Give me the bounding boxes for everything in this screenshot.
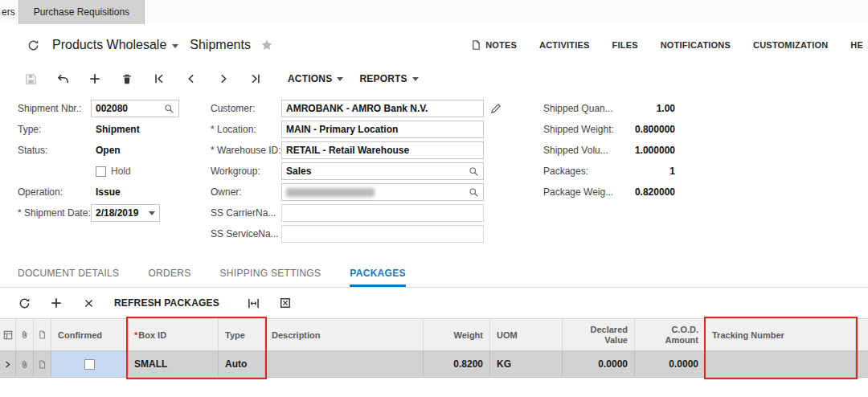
grid-header-row: Confirmed * Box ID Type Description Weig…: [0, 318, 868, 351]
filler-header-cell: [856, 319, 868, 351]
help-button[interactable]: HE: [850, 40, 863, 50]
ss-service-label: SS ServiceNa...: [211, 228, 281, 239]
hold-checkbox[interactable]: [96, 166, 106, 177]
refresh-packages-button[interactable]: REFRESH PACKAGES: [114, 297, 219, 309]
notes-column-header[interactable]: [34, 319, 51, 351]
column-header-description[interactable]: Description: [265, 319, 424, 351]
tab-partial-left[interactable]: ers: [0, 0, 18, 24]
fit-to-screen-button[interactable]: [237, 292, 269, 314]
row-uom-cell[interactable]: KG: [490, 351, 563, 378]
row-type-cell[interactable]: Auto: [219, 351, 265, 378]
files-button[interactable]: FILES: [612, 40, 638, 50]
tab-orders[interactable]: ORDERS: [148, 268, 190, 287]
file-icon: [38, 329, 47, 340]
location-value: MAIN - Primary Location: [286, 124, 398, 135]
column-header-cod-amount[interactable]: C.O.D. Amount: [635, 319, 706, 351]
notes-label: NOTES: [485, 40, 517, 50]
files-column-header[interactable]: [16, 319, 34, 351]
column-header-uom[interactable]: UOM: [490, 319, 563, 351]
row-files-cell[interactable]: [16, 351, 34, 378]
calendar-dropdown-icon[interactable]: [149, 211, 155, 215]
row-declared-value-cell[interactable]: 0.0000: [563, 351, 635, 378]
declared-value-header-label: Declared Value: [584, 325, 628, 345]
save-button[interactable]: [14, 68, 47, 90]
shipped-quantity-label: Shipped Quan...: [543, 103, 624, 114]
trash-icon: [121, 73, 133, 85]
reports-label: REPORTS: [359, 73, 407, 84]
column-header-type[interactable]: Type: [219, 319, 265, 351]
chevron-down-icon[interactable]: [172, 44, 178, 48]
branch-selector[interactable]: Products Wholesale: [52, 38, 166, 52]
files-label: FILES: [612, 40, 638, 50]
delete-record-button[interactable]: [111, 68, 143, 90]
customer-field[interactable]: AMROBANK - AMRO Bank N.V.: [281, 100, 484, 117]
workspace-tabbar: ers Purchase Requisitions: [0, 0, 868, 24]
tab-packages[interactable]: PACKAGES: [350, 268, 406, 287]
lookup-icon[interactable]: [164, 104, 174, 114]
notes-button[interactable]: NOTES: [471, 39, 517, 51]
column-header-confirmed[interactable]: Confirmed: [51, 319, 128, 351]
customization-label: CUSTOMIZATION: [753, 40, 828, 50]
row-box-id-cell[interactable]: SMALL: [128, 351, 219, 378]
confirmed-checkbox[interactable]: [84, 359, 95, 370]
ss-service-field[interactable]: [281, 225, 484, 243]
row-confirmed-cell[interactable]: [51, 351, 128, 378]
shipment-date-field[interactable]: 2/18/2019: [91, 204, 160, 222]
owner-field[interactable]: [281, 183, 484, 201]
grid-delete-row-button[interactable]: [72, 292, 104, 314]
warehouse-id-field[interactable]: RETAIL - Retail Warehouse: [281, 141, 484, 159]
header-menu: NOTES ACTIVITIES FILES NOTIFICATIONS CUS…: [471, 39, 863, 51]
actions-menu-button[interactable]: ACTIONS: [288, 73, 343, 84]
shipment-nbr-field[interactable]: 002080: [91, 100, 179, 117]
row-weight-cell[interactable]: 0.8200: [424, 351, 490, 378]
refresh-icon: [27, 39, 39, 51]
type-value: Shipment: [91, 124, 140, 135]
row-notes-cell[interactable]: [34, 351, 51, 378]
package-weight-value: 0.820000: [624, 186, 675, 198]
workgroup-field[interactable]: Sales: [281, 162, 484, 180]
tab-purchase-requisitions[interactable]: Purchase Requisitions: [18, 0, 145, 24]
go-first-button[interactable]: [143, 68, 175, 90]
go-next-button[interactable]: [207, 68, 240, 90]
grid-add-row-button[interactable]: [40, 292, 72, 314]
plus-icon: [89, 73, 100, 84]
notifications-button[interactable]: NOTIFICATIONS: [661, 40, 731, 50]
go-last-button[interactable]: [240, 68, 272, 90]
tab-shipping-settings[interactable]: SHIPPING SETTINGS: [220, 268, 321, 287]
row-settings-column-header[interactable]: [0, 319, 16, 351]
column-header-tracking-number[interactable]: Tracking Number: [706, 319, 856, 351]
reports-menu-button[interactable]: REPORTS: [359, 73, 418, 84]
page-header: Products Wholesale Shipments NOTES ACTIV…: [0, 24, 868, 66]
table-row[interactable]: SMALL Auto 0.8200 KG 0.0000 0.0000: [0, 351, 868, 378]
grid-refresh-button[interactable]: [8, 292, 40, 314]
paperclip-icon: [20, 359, 30, 370]
magnifier-icon: [469, 187, 479, 198]
refresh-button[interactable]: [27, 39, 39, 51]
row-cod-amount-cell[interactable]: 0.0000: [635, 351, 706, 378]
column-header-box-id[interactable]: * Box ID: [128, 319, 219, 351]
export-to-excel-button[interactable]: [269, 292, 301, 314]
tab-document-details[interactable]: DOCUMENT DETAILS: [18, 268, 119, 287]
ss-carrier-field[interactable]: [281, 204, 484, 222]
location-field[interactable]: MAIN - Primary Location: [281, 121, 484, 138]
refresh-icon: [18, 297, 31, 309]
favorite-button[interactable]: [260, 39, 273, 51]
warehouse-id-label: * Warehouse ID:: [211, 145, 281, 156]
undo-button[interactable]: [47, 68, 79, 90]
excel-icon: [280, 297, 291, 309]
activities-button[interactable]: ACTIVITIES: [539, 40, 590, 50]
lookup-icon[interactable]: [469, 187, 479, 198]
go-previous-button[interactable]: [175, 68, 207, 90]
note-icon: [471, 39, 481, 51]
customization-button[interactable]: CUSTOMIZATION: [753, 40, 828, 50]
row-selector-cell[interactable]: [0, 351, 16, 378]
edit-customer-button[interactable]: [490, 103, 502, 114]
row-description-cell[interactable]: [265, 351, 424, 378]
lookup-icon[interactable]: [469, 166, 479, 177]
row-tracking-number-cell[interactable]: [706, 351, 856, 378]
column-header-weight[interactable]: Weight: [424, 319, 490, 351]
add-record-button[interactable]: [79, 68, 111, 90]
column-header-declared-value[interactable]: Declared Value: [563, 319, 635, 351]
shipment-date-label: * Shipment Date:: [18, 207, 91, 219]
customer-value: AMROBANK - AMRO Bank N.V.: [286, 103, 428, 114]
